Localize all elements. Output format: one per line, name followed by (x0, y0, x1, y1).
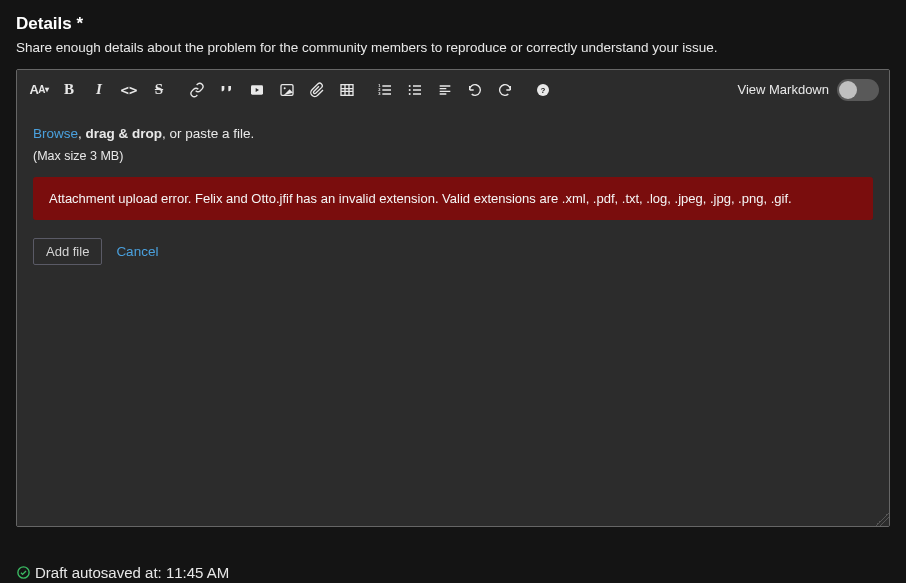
add-file-button[interactable]: Add file (33, 238, 102, 265)
editor-textarea[interactable] (17, 279, 889, 526)
resize-grip-icon[interactable] (875, 512, 889, 526)
help-icon[interactable]: ? (531, 78, 555, 102)
editor-container: AA▾ B I <> S (16, 69, 890, 527)
video-icon[interactable] (245, 78, 269, 102)
autosave-status: Draft autosaved at: 11:45 AM (16, 564, 229, 581)
editor-toolbar: AA▾ B I <> S (17, 70, 889, 110)
view-markdown-label: View Markdown (737, 82, 829, 97)
svg-point-8 (409, 89, 411, 91)
unordered-list-icon[interactable] (403, 78, 427, 102)
upload-error-banner: Attachment upload error. Felix and Otto.… (33, 177, 873, 220)
align-icon[interactable] (433, 78, 457, 102)
svg-text:3: 3 (378, 91, 381, 96)
svg-point-7 (409, 85, 411, 87)
max-size-label: (Max size 3 MB) (33, 149, 873, 163)
ordered-list-icon[interactable]: 123 (373, 78, 397, 102)
section-subtitle: Share enough details about the problem f… (16, 40, 890, 55)
attach-icon[interactable] (305, 78, 329, 102)
svg-point-9 (409, 93, 411, 95)
svg-rect-3 (341, 84, 353, 95)
view-markdown-toggle[interactable] (837, 79, 879, 101)
bold-button[interactable]: B (57, 78, 81, 102)
table-icon[interactable] (335, 78, 359, 102)
browse-link[interactable]: Browse (33, 126, 78, 141)
check-circle-icon (16, 565, 31, 580)
undo-icon[interactable] (463, 78, 487, 102)
svg-text:?: ? (541, 85, 546, 94)
section-title: Details * (16, 14, 890, 34)
file-drop-zone[interactable]: Browse, drag & drop, or paste a file. (M… (17, 110, 889, 279)
drop-instructions: Browse, drag & drop, or paste a file. (33, 126, 873, 141)
redo-icon[interactable] (493, 78, 517, 102)
font-size-button[interactable]: AA▾ (27, 78, 51, 102)
quote-icon[interactable] (215, 78, 239, 102)
italic-button[interactable]: I (87, 78, 111, 102)
cancel-button[interactable]: Cancel (116, 244, 158, 259)
link-icon[interactable] (185, 78, 209, 102)
code-button[interactable]: <> (117, 78, 141, 102)
svg-point-2 (284, 87, 286, 89)
strike-button[interactable]: S (147, 78, 171, 102)
image-icon[interactable] (275, 78, 299, 102)
